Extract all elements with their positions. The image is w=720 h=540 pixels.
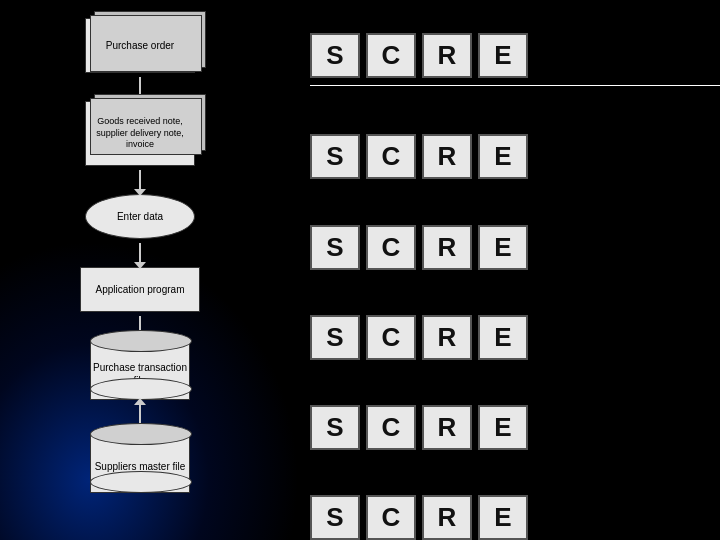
goods-received-label: Goods received note, supplier delivery n… [86, 116, 194, 151]
scre-5-r: R [422, 405, 472, 450]
scre-3-c: C [366, 225, 416, 270]
scre-6-r: R [422, 495, 472, 540]
enter-data-shape: Enter data [85, 194, 195, 239]
scre-column: S C R E S C R E S C R E S C R E [280, 0, 720, 540]
arrow-3 [139, 243, 141, 263]
scre-4-e: E [478, 315, 528, 360]
scre-4-c: C [366, 315, 416, 360]
scre-1-c: C [366, 33, 416, 78]
scre-spacer-5 [310, 450, 720, 495]
suppliers-master-shape: Suppliers master file [90, 433, 190, 493]
scre-3-e: E [478, 225, 528, 270]
scre-4-r: R [422, 315, 472, 360]
purchase-transaction-shape: Purchase transaction file [90, 340, 190, 400]
scre-5-c: C [366, 405, 416, 450]
scre-6-s: S [310, 495, 360, 540]
scre-row-3: S C R E [310, 225, 720, 270]
flow-item-purchase-order: Purchase order [85, 18, 195, 73]
application-shape: Application program [80, 267, 200, 312]
arrow-2 [139, 170, 141, 190]
purchase-transaction-label: Purchase transaction file [91, 353, 189, 387]
flow-item-goods-received: Goods received note, supplier delivery n… [85, 101, 195, 166]
scre-spacer-1 [310, 78, 720, 134]
purchase-order-shape: Purchase order [85, 18, 195, 73]
scre-2-s: S [310, 134, 360, 179]
enter-data-label: Enter data [117, 211, 163, 222]
flowchart-column: Purchase order Goods received note, supp… [0, 0, 280, 540]
scre-5-s: S [310, 405, 360, 450]
main-container: Purchase order Goods received note, supp… [0, 0, 720, 540]
scre-3-s: S [310, 225, 360, 270]
scre-4-s: S [310, 315, 360, 360]
flow-item-suppliers-master: Suppliers master file [90, 433, 190, 493]
scre-spacer-4 [310, 360, 720, 405]
scre-1-s: S [310, 33, 360, 78]
scre-divider [310, 85, 720, 86]
flow-item-application: Application program [80, 267, 200, 312]
scre-1-r: R [422, 33, 472, 78]
scre-5-e: E [478, 405, 528, 450]
scre-2-r: R [422, 134, 472, 179]
scre-spacer-2 [310, 179, 720, 224]
suppliers-master-label: Suppliers master file [95, 452, 186, 473]
scre-2-c: C [366, 134, 416, 179]
scre-row-4: S C R E [310, 315, 720, 360]
scre-row-5: S C R E [310, 405, 720, 450]
application-label: Application program [96, 284, 185, 295]
scre-2-e: E [478, 134, 528, 179]
scre-6-c: C [366, 495, 416, 540]
flow-item-enter-data: Enter data [85, 194, 195, 239]
scre-1-e: E [478, 33, 528, 78]
scre-6-e: E [478, 495, 528, 540]
goods-received-shape: Goods received note, supplier delivery n… [85, 101, 195, 166]
scre-row-6: S C R E [310, 495, 720, 540]
scre-row-2: S C R E [310, 134, 720, 179]
purchase-order-label: Purchase order [106, 40, 174, 51]
scre-row-1: S C R E [310, 33, 720, 78]
scre-spacer-3 [310, 270, 720, 315]
scre-3-r: R [422, 225, 472, 270]
flow-item-purchase-transaction: Purchase transaction file [90, 340, 190, 400]
